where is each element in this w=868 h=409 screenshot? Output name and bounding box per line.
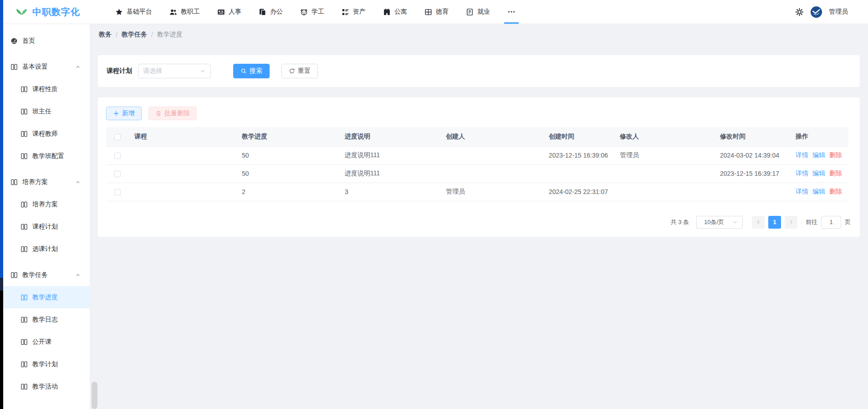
sidebar-item-course-teacher[interactable]: 课程教师 xyxy=(0,123,90,145)
brand[interactable]: 中职数字化 xyxy=(15,6,80,18)
nav-item-student-affairs[interactable]: 学工 xyxy=(291,0,333,24)
column-header-course: 课程 xyxy=(129,127,236,146)
sidebar-group-label: 培养方案 xyxy=(22,178,48,186)
window-edge-strip xyxy=(0,0,3,409)
nav-item-hr[interactable]: 人事 xyxy=(209,0,250,24)
sidebar-item-teaching-activity[interactable]: 教学活动 xyxy=(0,375,90,398)
nav-menu: 基础平台教职工人事办公学工资产公寓德育就业 xyxy=(107,0,524,24)
detail-link[interactable]: 详情 xyxy=(796,169,808,177)
breadcrumb-separator: / xyxy=(151,31,153,38)
nav-item-moral-education[interactable]: 德育 xyxy=(416,0,457,24)
delete-link[interactable]: 删除 xyxy=(829,151,842,158)
select-all-checkbox[interactable] xyxy=(114,134,121,140)
search-icon xyxy=(240,68,247,74)
table-row-3: 23管理员2024-02-25 22:31:07详情编辑删除 xyxy=(106,183,848,201)
column-header-modifier: 修改人 xyxy=(614,127,715,146)
book-icon xyxy=(10,63,18,71)
nav-item-label: 学工 xyxy=(311,8,324,16)
cell-created_at: 2023-12-15 16:39:06 xyxy=(543,146,614,164)
sidebar-item-course-plan[interactable]: 课程计划 xyxy=(0,215,90,238)
cell-modifier xyxy=(614,183,715,201)
chevron-up-icon xyxy=(75,272,81,278)
chevron-down-icon xyxy=(732,219,738,225)
detail-link[interactable]: 详情 xyxy=(796,188,808,195)
add-button[interactable]: 新增 xyxy=(106,107,142,120)
next-page-button[interactable] xyxy=(785,216,797,229)
prev-page-button[interactable] xyxy=(752,216,765,229)
nav-item-platform[interactable]: 基础平台 xyxy=(107,0,161,24)
avatar[interactable] xyxy=(810,6,822,18)
doc-icon xyxy=(466,8,474,16)
batch-delete-button[interactable]: 批量删除 xyxy=(148,107,197,120)
cell-note: 进度说明111 xyxy=(339,164,440,183)
sidebar-item-label: 教学日志 xyxy=(32,316,58,324)
sidebar-item-teaching-log[interactable]: 教学日志 xyxy=(0,308,90,331)
sidebar-group-basic-settings: 基本设置课程性质班主任课程教师教学班配置 xyxy=(0,56,90,167)
sidebar-group-label: 基本设置 xyxy=(22,63,48,71)
row-checkbox[interactable] xyxy=(114,171,121,177)
search-button-label: 搜索 xyxy=(250,67,262,75)
goto-page-input[interactable] xyxy=(821,216,841,229)
edit-link[interactable]: 编辑 xyxy=(812,151,825,158)
sidebar-item-label: 公开课 xyxy=(32,338,51,346)
delete-link[interactable]: 删除 xyxy=(829,188,842,195)
search-button[interactable]: 搜索 xyxy=(233,64,270,78)
book-icon xyxy=(20,338,28,346)
page-number-button[interactable]: 1 xyxy=(768,216,781,229)
sidebar-item-teaching-progress[interactable]: 教学进度 xyxy=(0,286,90,308)
user-name[interactable]: 管理员 xyxy=(829,8,848,16)
sidebar-item-open-class[interactable]: 公开课 xyxy=(0,331,90,353)
sidebar-group-header-teaching-task[interactable]: 教学任务 xyxy=(0,264,90,286)
cell-created_at xyxy=(543,164,614,183)
sidebar-item-label: 教学进度 xyxy=(32,293,58,302)
sidebar-group-header-training-plan[interactable]: 培养方案 xyxy=(0,171,90,193)
page-unit-label: 页 xyxy=(845,218,851,226)
table-card: 新增 批量删除 课程教学进度进度说明创建人创建时间修改人修改时间操作 50进度说… xyxy=(98,97,860,237)
table-row-1: 50进度说明1112023-12-15 16:39:06管理员2024-03-0… xyxy=(106,146,848,164)
nav-item-assets[interactable]: 资产 xyxy=(333,0,374,24)
reset-button[interactable]: 重置 xyxy=(281,64,318,78)
nav-item-apartment[interactable]: 公寓 xyxy=(374,0,416,24)
edit-link[interactable]: 编辑 xyxy=(812,169,825,177)
cell-note: 进度说明111 xyxy=(339,146,440,164)
page-size-select[interactable]: 10条/页 xyxy=(696,216,743,229)
sidebar-item-course-nature[interactable]: 课程性质 xyxy=(0,78,90,100)
sidebar-group-label: 教学任务 xyxy=(22,271,48,279)
more-icon xyxy=(507,8,516,16)
breadcrumb: 教务/教学任务/教学进度 xyxy=(98,24,860,45)
breadcrumb-item-0[interactable]: 教务 xyxy=(99,31,112,39)
cell-modified_at xyxy=(715,183,790,201)
column-header-actions: 操作 xyxy=(790,127,848,146)
sidebar-item-home[interactable]: 首页 xyxy=(0,30,90,52)
nav-item-more[interactable] xyxy=(499,0,524,24)
sidebar-item-teaching-class-config[interactable]: 教学班配置 xyxy=(0,145,90,167)
row-checkbox-cell xyxy=(106,146,129,164)
column-header-creator: 创建人 xyxy=(440,127,543,146)
cell-creator xyxy=(440,164,543,183)
pagination-total: 共 3 条 xyxy=(671,218,689,226)
detail-link[interactable]: 详情 xyxy=(796,151,808,158)
nav-item-label: 德育 xyxy=(436,8,449,16)
sidebar-item-head-teacher[interactable]: 班主任 xyxy=(0,100,90,123)
delete-link[interactable]: 删除 xyxy=(829,169,842,177)
nav-item-office[interactable]: 办公 xyxy=(250,0,291,24)
sidebar-group-header-basic-settings[interactable]: 基本设置 xyxy=(0,56,90,78)
sidebar-item-label: 课程性质 xyxy=(32,85,58,93)
sidebar-item-elective-plan[interactable]: 选课计划 xyxy=(0,238,90,260)
navbar-right: 管理员 xyxy=(795,6,868,18)
sidebar-item-training-plan[interactable]: 培养方案 xyxy=(0,193,90,215)
book-icon xyxy=(10,271,18,279)
cell-actions: 详情编辑删除 xyxy=(790,183,848,201)
row-checkbox[interactable] xyxy=(114,153,121,159)
nav-item-faculty[interactable]: 教职工 xyxy=(161,0,209,24)
course-plan-select[interactable]: 请选择 xyxy=(138,64,211,78)
settings-gear-icon[interactable] xyxy=(795,8,804,16)
nav-item-employment[interactable]: 就业 xyxy=(457,0,499,24)
edit-link[interactable]: 编辑 xyxy=(812,188,825,195)
sidebar-scrollbar-thumb[interactable] xyxy=(92,382,97,409)
plus-icon xyxy=(113,110,119,117)
trash-icon xyxy=(155,110,162,117)
row-checkbox[interactable] xyxy=(114,189,121,195)
sidebar-item-teaching-plan[interactable]: 教学计划 xyxy=(0,353,90,375)
breadcrumb-item-1[interactable]: 教学任务 xyxy=(122,31,147,39)
